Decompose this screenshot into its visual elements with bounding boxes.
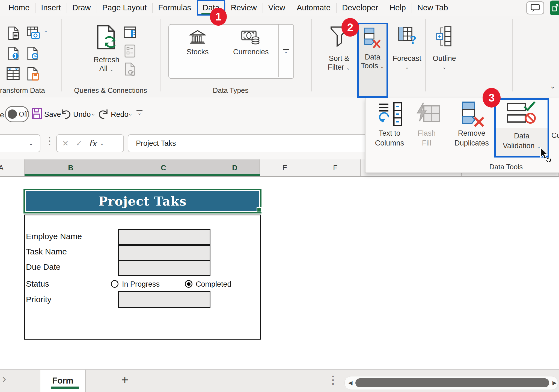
- column-header-e[interactable]: E: [260, 159, 310, 176]
- radio-label-completed[interactable]: Completed: [196, 280, 231, 289]
- text-to-columns-button[interactable]: [379, 102, 403, 126]
- redo-dropdown-icon[interactable]: ⌄: [128, 111, 132, 117]
- add-sheet-button[interactable]: +: [121, 372, 129, 387]
- remove-duplicates-button[interactable]: [462, 102, 485, 127]
- column-header-a[interactable]: A: [0, 159, 25, 176]
- document-globe-icon: [8, 47, 20, 60]
- toggle-knob-icon: [8, 109, 17, 119]
- scroll-right-icon[interactable]: ▶: [552, 379, 557, 386]
- outline-button[interactable]: [436, 26, 453, 47]
- remove-duplicates-label[interactable]: RemoveDuplicates: [448, 128, 495, 148]
- callout-badge-2: 2: [341, 18, 359, 37]
- tab-draw[interactable]: Draw: [67, 0, 97, 16]
- tab-view[interactable]: View: [263, 0, 291, 16]
- qat-overflow-icon[interactable]: ⌄: [136, 110, 143, 115]
- from-file-button[interactable]: [27, 67, 39, 81]
- tab-insert[interactable]: Insert: [35, 0, 67, 16]
- tab-home[interactable]: Home: [3, 0, 35, 16]
- undo-label[interactable]: Undo: [73, 110, 91, 119]
- employe-name-input[interactable]: [118, 229, 210, 245]
- radio-label-in-progress[interactable]: In Progress: [122, 280, 160, 289]
- group-separator: [160, 19, 161, 91]
- chevron-down-icon[interactable]: ⌄: [44, 28, 48, 34]
- document-orange-icon: [27, 67, 39, 81]
- from-picture-button[interactable]: [27, 26, 40, 40]
- sheet-nav-next-icon[interactable]: ›: [2, 372, 6, 385]
- stocks-label: Stocks: [183, 47, 213, 56]
- refresh-all-button[interactable]: [94, 25, 119, 51]
- scroll-left-icon[interactable]: ◀: [348, 379, 352, 386]
- redo-label[interactable]: Redo: [111, 110, 129, 119]
- edit-links-icon: [124, 63, 136, 76]
- data-tools-flyout-panel: Text toColumns FlashFill RemoveDuplicate…: [365, 98, 559, 173]
- save-floppy-icon: [32, 108, 42, 119]
- autosave-partial-label: e: [0, 111, 4, 119]
- column-header-b-selected[interactable]: B: [25, 159, 117, 176]
- fx-dropdown-icon[interactable]: ⌄: [100, 140, 104, 146]
- from-table-range-button[interactable]: [7, 67, 20, 81]
- save-button[interactable]: [32, 108, 42, 119]
- refresh-all-label: Refresh All ⌄: [90, 55, 123, 74]
- tab-automate[interactable]: Automate: [291, 0, 336, 16]
- callout-badge-3: 3: [483, 88, 501, 108]
- excel-window: Home Insert Draw Page Layout Formulas Da…: [0, 0, 559, 392]
- column-header-c-selected[interactable]: C: [117, 159, 210, 176]
- stocks-button[interactable]: Stocks: [183, 29, 213, 56]
- gallery-more-icon: ⌄: [283, 49, 289, 53]
- form-title-shape-selected[interactable]: Project Taks: [23, 189, 261, 213]
- undo-dropdown-icon[interactable]: ⌄: [91, 111, 95, 117]
- recent-sources-button[interactable]: [27, 47, 39, 60]
- collapse-ribbon-icon[interactable]: ⌄: [550, 82, 556, 90]
- autosave-toggle[interactable]: Off: [5, 106, 29, 122]
- tab-help[interactable]: Help: [384, 0, 412, 16]
- tab-page-layout[interactable]: Page Layout: [97, 0, 153, 16]
- sheet-tab-bar: › Form + ⋮ ◀ ▶: [0, 369, 559, 392]
- data-validation-icon: [507, 101, 537, 126]
- save-label[interactable]: Save: [44, 110, 61, 119]
- undo-button[interactable]: [61, 108, 71, 119]
- name-box[interactable]: ⌄: [0, 134, 40, 152]
- callout-badge-1: 1: [210, 8, 227, 26]
- shape-selection-handle[interactable]: [257, 207, 262, 212]
- share-button[interactable]: [550, 1, 559, 15]
- comment-bubble-icon: [531, 4, 540, 12]
- consolidate-partial-label[interactable]: Co: [551, 131, 559, 140]
- column-header-d-selected[interactable]: D: [210, 159, 260, 176]
- cancel-entry-icon[interactable]: ✕: [62, 139, 69, 148]
- data-types-gallery-more[interactable]: ⌄: [278, 25, 293, 77]
- refresh-all-icon: [96, 25, 117, 51]
- worksheet-area[interactable]: Project Taks Employe Name Task Name Due …: [0, 177, 559, 369]
- redo-button[interactable]: [98, 108, 109, 119]
- forecast-icon: ?: [398, 27, 416, 46]
- remove-duplicates-icon: [462, 102, 485, 127]
- due-date-input[interactable]: [118, 260, 210, 276]
- tab-formulas[interactable]: Formulas: [152, 0, 197, 16]
- tab-review[interactable]: Review: [225, 0, 263, 16]
- queries-connections-button[interactable]: [124, 26, 136, 38]
- chevron-down-icon: ⌄: [391, 63, 423, 72]
- flash-fill-icon: [416, 102, 441, 126]
- horizontal-scrollbar-thumb[interactable]: [355, 378, 549, 387]
- cursor-arrow-icon: [540, 147, 553, 163]
- insert-function-icon[interactable]: fx: [89, 138, 97, 148]
- radio-in-progress[interactable]: [111, 280, 118, 288]
- from-web-button[interactable]: [8, 47, 20, 60]
- tab-new-tab[interactable]: New Tab: [412, 0, 454, 16]
- radio-completed[interactable]: [185, 280, 192, 288]
- currencies-label: Currencies: [233, 47, 269, 56]
- priority-input[interactable]: [118, 291, 210, 308]
- document-text-icon: [8, 26, 20, 40]
- data-tools-group-button[interactable]: Data Tools ⌄: [357, 23, 388, 98]
- tab-developer[interactable]: Developer: [336, 0, 384, 16]
- text-to-columns-icon: [379, 102, 403, 126]
- forecast-button[interactable]: ?: [398, 27, 416, 46]
- group-label-transform-data: ransform Data: [0, 86, 58, 95]
- comments-button[interactable]: [526, 1, 544, 14]
- tabbar-resize-dots-icon[interactable]: ⋮: [328, 373, 338, 386]
- currencies-button[interactable]: Currencies: [233, 29, 269, 56]
- get-data-text-button[interactable]: [8, 26, 20, 40]
- column-header-f[interactable]: F: [310, 159, 361, 176]
- forecast-label: Forecast ⌄: [391, 54, 423, 72]
- confirm-entry-icon[interactable]: ✓: [76, 139, 82, 148]
- task-name-input[interactable]: [118, 245, 210, 261]
